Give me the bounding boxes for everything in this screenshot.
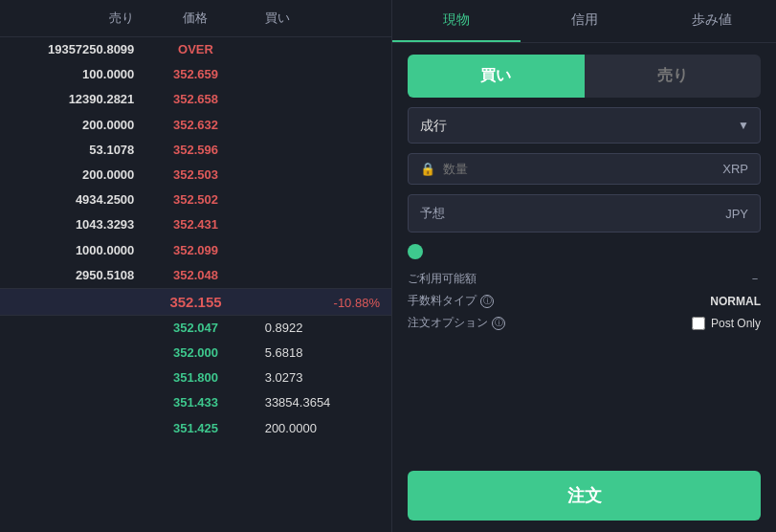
fee-row: 手数料タイプ ⓘ NORMAL	[408, 293, 761, 309]
price-val: OVER	[134, 41, 256, 58]
quantity-input[interactable]	[443, 162, 722, 176]
ob-buy-rows: 352.0470.8922352.0005.6818351.8003.02733…	[0, 316, 391, 441]
sell-val: 1000.0000	[11, 242, 134, 259]
ob-sell-row: 53.1078352.596	[0, 138, 391, 163]
ob-sell-row: 200.0000352.632	[0, 113, 391, 138]
buy-val: 33854.3654	[257, 394, 380, 411]
lock-icon: 🔒	[420, 162, 435, 176]
buy-val	[257, 41, 380, 58]
buy-button[interactable]: 買い	[408, 55, 585, 98]
yoso-label: 予想	[420, 205, 725, 222]
order-type-select[interactable]: 成行指値逆指値	[408, 107, 761, 144]
buy-val	[257, 117, 380, 134]
sell-button[interactable]: 売り	[585, 55, 762, 98]
price-val: 351.433	[134, 394, 256, 411]
price-val: 352.632	[134, 117, 256, 134]
buy-val: 200.0000	[257, 420, 380, 437]
post-only-label: Post Only	[711, 317, 761, 330]
ob-sell-row: 100.0000352.659	[0, 62, 391, 87]
sell-val: 1043.3293	[11, 216, 134, 233]
buy-val	[257, 166, 380, 184]
fee-label: 手数料タイプ ⓘ	[408, 293, 494, 309]
ob-buy-row: 352.0470.8922	[0, 316, 391, 341]
buy-sell-toggle: 買い 売り	[408, 55, 761, 98]
sell-val	[11, 369, 134, 387]
sell-val: 53.1078	[11, 142, 134, 159]
ob-sell-row: 1043.3293352.431	[0, 212, 391, 237]
post-only-row: Post Only	[692, 317, 761, 330]
slider-dot	[408, 244, 423, 259]
ob-sell-row: 12390.2821352.658	[0, 87, 391, 112]
ob-header: 売り 価格 買い	[0, 0, 391, 37]
fee-info-icon[interactable]: ⓘ	[480, 295, 494, 308]
order-option-row: 注文オプション ⓘ Post Only	[408, 315, 761, 331]
price-val: 351.800	[134, 369, 256, 387]
order-option-label: 注文オプション ⓘ	[408, 315, 505, 331]
price-val: 352.596	[134, 142, 256, 159]
tab-ayumi[interactable]: 歩み値	[648, 0, 776, 42]
ob-header-sell: 売り	[11, 10, 134, 27]
yoso-unit: JPY	[725, 207, 748, 221]
order-book: 売り 価格 買い 19357250.8099OVER100.0000352.65…	[0, 0, 392, 532]
order-button[interactable]: 注文	[408, 471, 761, 521]
ob-header-buy: 買い	[257, 10, 380, 27]
sell-val: 4934.2500	[11, 191, 134, 209]
price-val: 352.047	[134, 320, 256, 337]
ob-spread-change: -10.88%	[257, 294, 380, 310]
form-body: 買い 売り 成行指値逆指値 ▼ 🔒 XRP 予想 JPY ご利用可能額	[392, 43, 776, 532]
price-val: 352.658	[134, 91, 256, 108]
price-val: 352.503	[134, 166, 256, 184]
quantity-input-row: 🔒 XRP	[408, 153, 761, 185]
price-val: 352.048	[134, 267, 256, 284]
ob-spread-price: 352.155	[134, 294, 256, 310]
buy-val	[257, 66, 380, 83]
price-val: 352.502	[134, 191, 256, 209]
ob-buy-row: 352.0005.6818	[0, 341, 391, 366]
tabs-row: 現物 信用 歩み値	[392, 0, 776, 43]
sell-val	[11, 320, 134, 337]
sell-val: 200.0000	[11, 166, 134, 184]
sell-val: 19357250.8099	[11, 41, 134, 58]
order-option-info-icon[interactable]: ⓘ	[492, 317, 505, 330]
price-val: 352.099	[134, 242, 256, 259]
ob-sell-row: 1000.0000352.099	[0, 238, 391, 263]
tab-shin-you[interactable]: 信用	[521, 0, 649, 42]
available-row: ご利用可能額 －	[408, 271, 761, 287]
quantity-unit: XRP	[722, 162, 748, 176]
buy-val	[257, 267, 380, 284]
trade-panel: 現物 信用 歩み値 買い 売り 成行指値逆指値 ▼ 🔒 XRP 予想 JPY	[392, 0, 776, 532]
ob-sell-row: 2950.5108352.048	[0, 263, 391, 288]
ob-buy-row: 351.43333854.3654	[0, 390, 391, 415]
info-rows: ご利用可能額 － 手数料タイプ ⓘ NORMAL 注文オプション ⓘ Post …	[408, 271, 761, 331]
sell-val	[11, 344, 134, 362]
tab-genbutsu[interactable]: 現物	[392, 0, 521, 42]
price-val: 352.431	[134, 216, 256, 233]
ob-buy-row: 351.425200.0000	[0, 416, 391, 441]
order-type-select-wrap: 成行指値逆指値 ▼	[408, 107, 761, 144]
ob-sell-row: 4934.2500352.502	[0, 188, 391, 212]
ob-buy-row: 351.8003.0273	[0, 366, 391, 390]
buy-val	[257, 191, 380, 209]
fee-value: NORMAL	[710, 295, 761, 308]
sell-val: 2950.5108	[11, 267, 134, 284]
ob-header-price: 価格	[134, 10, 256, 27]
post-only-checkbox[interactable]	[692, 317, 705, 330]
buy-val	[257, 216, 380, 233]
sell-val: 100.0000	[11, 66, 134, 83]
buy-val	[257, 142, 380, 159]
sell-val: 200.0000	[11, 117, 134, 134]
yoso-row: 予想 JPY	[408, 194, 761, 233]
buy-val: 0.8922	[257, 320, 380, 337]
buy-val	[257, 242, 380, 259]
slider-row[interactable]	[408, 242, 761, 261]
ob-sell-row: 19357250.8099OVER	[0, 37, 391, 62]
buy-val: 5.6818	[257, 344, 380, 362]
sell-val	[11, 420, 134, 437]
sell-val: 12390.2821	[11, 91, 134, 108]
price-val: 352.659	[134, 66, 256, 83]
ob-spread-row: 352.155 -10.88%	[0, 288, 391, 316]
ob-sell-row: 200.0000352.503	[0, 163, 391, 188]
sell-val	[11, 394, 134, 411]
price-val: 351.425	[134, 420, 256, 437]
buy-val	[257, 91, 380, 108]
